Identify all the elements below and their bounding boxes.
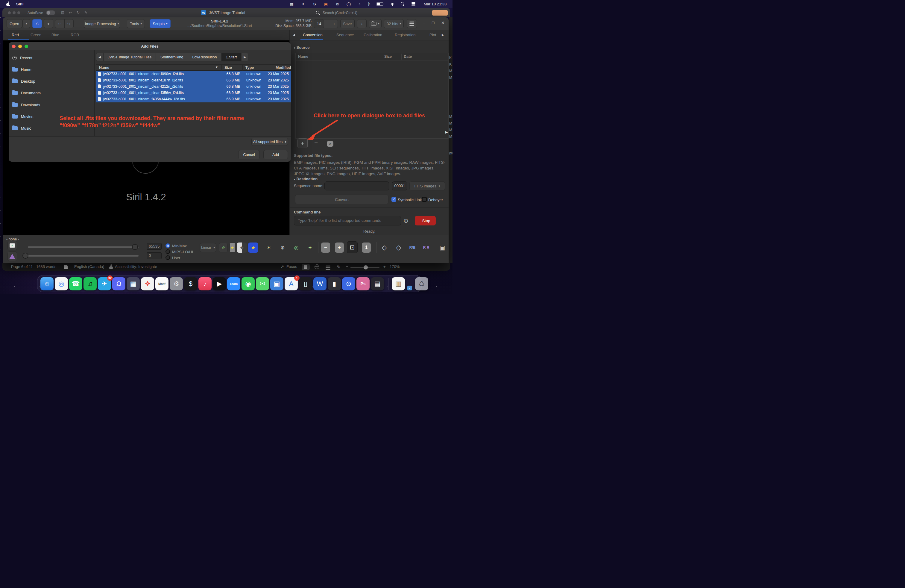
zoom-slider[interactable]: [351, 267, 379, 268]
zoom-out-button[interactable]: −: [321, 243, 330, 253]
dock-apple-tv[interactable]: ▶: [213, 277, 226, 291]
image-processing-menu[interactable]: Image Processing▾: [84, 19, 120, 28]
language-label[interactable]: English (Canada): [74, 264, 104, 269]
zoom-value-field[interactable]: 14: [314, 19, 324, 28]
star-color-button[interactable]: ★: [248, 243, 258, 253]
lo-slider-thumb[interactable]: [22, 253, 29, 259]
stop-button[interactable]: Stop: [415, 216, 436, 226]
preview-check-button[interactable]: ✓: [8, 241, 17, 250]
record-button[interactable]: ●: [44, 19, 53, 28]
dock-spotify[interactable]: ♫: [84, 277, 97, 291]
save-button[interactable]: Save: [340, 19, 355, 28]
tools-menu[interactable]: Tools▾: [127, 19, 145, 28]
cancel-button[interactable]: Cancel: [238, 150, 260, 159]
path-segment[interactable]: LowResolution: [188, 53, 221, 61]
astrometry-icon[interactable]: ✦: [305, 243, 315, 253]
add-button[interactable]: Add: [264, 150, 288, 159]
zoom-increase-button[interactable]: +: [331, 19, 338, 28]
outline-view-icon[interactable]: [325, 265, 330, 270]
gamut-button[interactable]: [8, 251, 17, 261]
zoom-decrease-button[interactable]: −: [324, 19, 331, 28]
place-home[interactable]: Home: [12, 65, 90, 74]
dock-homepod[interactable]: ▮: [328, 277, 341, 291]
dialog-close-button[interactable]: [12, 44, 16, 48]
path-segment[interactable]: SouthernRing: [156, 53, 187, 61]
tab-green[interactable]: Green: [30, 33, 41, 37]
globe-grid-icon[interactable]: ⊕: [278, 243, 287, 253]
tabs-scroll-left-icon[interactable]: ◀: [293, 33, 295, 37]
sequence-name-input[interactable]: [324, 181, 389, 191]
open-button[interactable]: Open: [6, 19, 22, 28]
word-zoom-button[interactable]: [17, 11, 21, 14]
dock-motif[interactable]: Motif: [155, 277, 168, 291]
zoom-slider-thumb[interactable]: [364, 265, 368, 269]
dock-zoom[interactable]: zoom: [227, 277, 240, 291]
dock-messages[interactable]: ✉: [256, 277, 269, 291]
add-files-button[interactable]: +: [297, 138, 308, 148]
web-layout-icon[interactable]: [314, 264, 319, 269]
keyboard-status-icon[interactable]: ▦: [288, 0, 296, 8]
dropbox-status-icon[interactable]: ✦: [299, 0, 307, 8]
file-filter-select[interactable]: All supported files▾: [251, 138, 288, 146]
bluetooth-icon[interactable]: ᛒ: [366, 0, 372, 8]
dock-discord[interactable]: Ω: [112, 277, 125, 291]
hi-slider[interactable]: [28, 246, 138, 248]
network-command-icon[interactable]: ⊕: [403, 217, 408, 224]
col-type[interactable]: Type: [245, 65, 254, 70]
path-back-icon[interactable]: ◀: [96, 53, 103, 61]
galaxy-icon[interactable]: ✶: [264, 243, 274, 253]
hamburger-menu-button[interactable]: [407, 19, 417, 28]
place-downloads[interactable]: Downloads: [12, 100, 90, 109]
word-draw-icon[interactable]: ✎: [84, 11, 87, 15]
format-select[interactable]: FITS images▾: [410, 181, 445, 191]
snapshot-button[interactable]: ▾: [369, 19, 381, 28]
password-shield-icon[interactable]: S: [311, 0, 318, 8]
open-dropdown-button[interactable]: ▾: [22, 19, 30, 28]
star-detect-button[interactable]: ★: [237, 243, 247, 253]
place-recent[interactable]: Recent: [12, 53, 90, 62]
panel-expander-icon[interactable]: ▶: [445, 130, 448, 134]
dock-terminal[interactable]: $: [184, 277, 197, 291]
page-count[interactable]: Page 6 of 11: [11, 264, 33, 269]
word-grid-icon[interactable]: ▤: [61, 11, 64, 15]
dock-mini-window[interactable]: ▪: [407, 286, 412, 291]
zoom-fit-button[interactable]: ⊡: [347, 241, 358, 253]
source-col-name[interactable]: Name: [298, 53, 308, 60]
screen-mirroring-icon[interactable]: ⧉: [333, 0, 341, 8]
col-size[interactable]: Size: [224, 65, 232, 70]
proofing-icon[interactable]: [64, 265, 68, 269]
flip-horizontal-icon[interactable]: ◇: [394, 243, 404, 253]
dialog-minimize-button[interactable]: [18, 44, 22, 48]
dock-iphone-mirroring[interactable]: ▯: [299, 277, 312, 291]
lo-value-field[interactable]: 0: [147, 253, 162, 259]
mips-label[interactable]: MIPS-LO/HI: [172, 250, 193, 254]
dock-app-store[interactable]: A1: [284, 277, 298, 291]
tab-conversion[interactable]: Conversion: [303, 33, 322, 37]
focus-label[interactable]: Focus: [286, 264, 297, 269]
star-edge-button[interactable]: ★: [230, 243, 235, 253]
source-section-header[interactable]: ▾Source: [294, 45, 310, 50]
dock-facetime[interactable]: ◉: [241, 277, 255, 291]
undo-button[interactable]: ↩: [55, 19, 64, 28]
tabs-scroll-right-icon[interactable]: ▶: [442, 33, 444, 37]
draft-pen-icon[interactable]: ✎: [337, 264, 341, 270]
command-input[interactable]: Type "help" for the list of supported co…: [294, 216, 401, 226]
window-minimize-button[interactable]: –: [422, 21, 425, 25]
dock-chrome[interactable]: ◎: [55, 277, 68, 291]
dock-pixel-grid[interactable]: ❖: [141, 277, 154, 291]
home-button[interactable]: ⌂: [32, 19, 42, 28]
word-close-button[interactable]: [8, 11, 11, 14]
scripts-menu[interactable]: Scripts▾: [150, 19, 171, 28]
layers-icon[interactable]: ▣: [437, 243, 448, 253]
tab-blue[interactable]: Blue: [51, 33, 59, 37]
convert-button[interactable]: Convert: [295, 195, 389, 204]
rb-swap-icon[interactable]: R/B: [407, 243, 418, 253]
mirror-icon[interactable]: R Я: [421, 243, 431, 253]
file-row[interactable]: jw02733-o001_t001_nircam_clear-f212n_i2d…: [96, 84, 291, 90]
autosave-toggle[interactable]: [46, 11, 55, 15]
dock-compass[interactable]: ⊙: [342, 277, 355, 291]
tab-sequence[interactable]: Sequence: [337, 33, 354, 37]
sort-icon[interactable]: ▼: [215, 65, 218, 69]
control-center-icon[interactable]: [410, 0, 417, 8]
dock-settings[interactable]: ⚙: [170, 277, 183, 291]
